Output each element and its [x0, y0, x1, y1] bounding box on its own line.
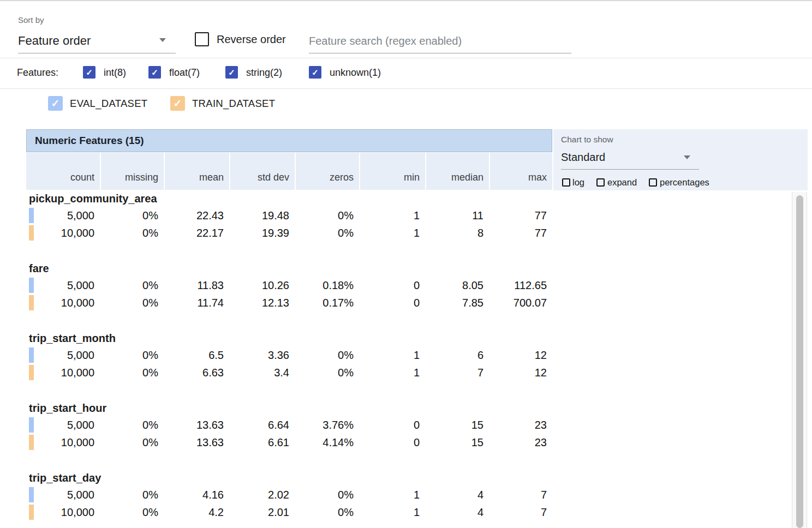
stat-cell: 10.26 — [229, 277, 295, 294]
string-checkbox[interactable]: ✓ — [225, 66, 238, 79]
sort-order-select[interactable]: Feature order — [18, 29, 176, 53]
stat-cell: 10,000 — [26, 224, 100, 242]
chart-type-value: Standard — [561, 151, 605, 164]
stat-cell: 4.14% — [295, 434, 359, 451]
stat-cell: 700.07 — [489, 294, 552, 311]
stat-cell: 5,000 — [26, 416, 100, 434]
stat-cell: 8.05 — [425, 277, 489, 294]
stat-cell: 6.63 — [164, 364, 229, 381]
stat-cell: 10,000 — [26, 294, 100, 311]
stat-cell: 11.74 — [164, 294, 229, 311]
feature-block-trip_start_hour: trip_start_hour5,0000%13.636.643.76%0152… — [26, 400, 552, 470]
dataset-color-chip — [29, 295, 34, 310]
dataset-color-chip — [29, 208, 34, 223]
stat-cell: 0% — [100, 277, 164, 294]
stat-cell: 0% — [100, 294, 164, 311]
stat-cell: 23 — [489, 416, 552, 434]
stat-cell: 77 — [489, 207, 552, 224]
feature-name: trip_start_month — [26, 331, 552, 346]
train-stats-row: 10,0000%4.22.010%147 — [26, 503, 552, 521]
stat-cell: 11.83 — [164, 277, 229, 294]
stat-cell: 3.4 — [229, 364, 295, 381]
eval-stats-row: 5,0000%11.8310.260.18%08.05112.65 — [26, 277, 552, 294]
scrollbar-thumb[interactable] — [796, 195, 803, 528]
stat-cell: 4.2 — [164, 503, 229, 521]
stat-cell: 0% — [100, 364, 164, 381]
table-title-bar: Numeric Features (15) — [26, 129, 552, 152]
stat-cell: 7.85 — [425, 294, 489, 311]
stat-cell: 6.61 — [229, 434, 295, 451]
eval-stats-row: 5,0000%6.53.360%1612 — [26, 346, 552, 364]
unknown-checkbox[interactable]: ✓ — [309, 66, 321, 79]
train-dataset-label: TRAIN_DATASET — [192, 98, 275, 110]
feature-search-input[interactable] — [309, 29, 571, 53]
stat-cell: 0% — [100, 207, 164, 224]
stat-cell: 2.02 — [229, 486, 295, 503]
train-stats-row: 10,0000%13.636.614.14%01523 — [26, 434, 552, 451]
stat-cell: 6 — [425, 346, 489, 364]
stat-cell: 0 — [359, 416, 425, 434]
chart-to-show-label: Chart to show — [561, 135, 613, 145]
stat-cell: 0% — [295, 503, 359, 521]
dataset-color-chip — [29, 347, 34, 363]
stat-cell: 10,000 — [26, 364, 100, 381]
col-min: min — [359, 153, 425, 190]
feature-name: trip_start_day — [26, 470, 552, 486]
stat-cell: 0% — [295, 346, 359, 364]
col-missing: missing — [100, 153, 164, 190]
dataset-legend-bar: ✓ EVAL_DATASET ✓ TRAIN_DATASET — [0, 89, 812, 129]
col-max: max — [489, 153, 552, 190]
col-mean: mean — [164, 153, 229, 190]
unknown-label: unknown(1) — [330, 67, 381, 79]
stat-cell: 0% — [295, 224, 359, 242]
eval-stats-row: 5,0000%13.636.643.76%01523 — [26, 416, 552, 434]
stat-cell: 6.64 — [229, 416, 295, 434]
stat-cell: 7 — [489, 486, 552, 503]
table-column-headers: count missing mean std dev zeros min med… — [26, 153, 552, 190]
log-checkbox[interactable] — [562, 178, 570, 187]
stat-cell: 5,000 — [26, 486, 100, 503]
percentages-checkbox[interactable] — [649, 178, 657, 187]
int-checkbox[interactable]: ✓ — [83, 66, 95, 79]
stat-cell: 15 — [425, 416, 489, 434]
int-label: int(8) — [104, 67, 126, 79]
sort-by-label: Sort by — [18, 15, 44, 25]
chevron-down-icon — [159, 38, 166, 42]
train-stats-row: 10,0000%6.633.40%1712 — [26, 364, 552, 381]
eval-stats-row: 5,0000%22.4319.480%11177 — [26, 207, 552, 224]
dataset-color-chip — [29, 435, 34, 450]
feature-rows: pickup_community_area5,0000%22.4319.480%… — [26, 191, 552, 528]
reverse-order-label: Reverse order — [217, 33, 286, 46]
train-dataset-checkbox[interactable]: ✓ — [170, 96, 185, 111]
float-checkbox[interactable]: ✓ — [148, 66, 161, 79]
vertical-scrollbar[interactable] — [792, 192, 807, 528]
feature-block-pickup_community_area: pickup_community_area5,0000%22.4319.480%… — [26, 191, 552, 261]
col-stddev: std dev — [229, 153, 295, 190]
reverse-order-checkbox[interactable] — [195, 32, 209, 46]
string-label: string(2) — [246, 67, 282, 79]
stat-cell: 0% — [100, 434, 164, 451]
charts-column — [568, 192, 775, 528]
features-filter-bar: Features: ✓ int(8) ✓ float(7) ✓ string(2… — [0, 58, 812, 89]
chart-type-select[interactable]: Standard — [561, 150, 699, 170]
stat-cell: 0% — [100, 503, 164, 521]
eval-dataset-checkbox[interactable]: ✓ — [48, 96, 63, 111]
stat-cell: 13.63 — [164, 416, 229, 434]
table-title: Numeric Features (15) — [35, 135, 144, 147]
dataset-color-chip — [29, 487, 34, 502]
stat-cell: 1 — [359, 207, 425, 224]
stat-cell: 22.43 — [164, 207, 229, 224]
expand-checkbox[interactable] — [596, 178, 605, 187]
col-median: median — [425, 153, 489, 190]
stat-cell: 12 — [489, 364, 552, 381]
stat-cell: 15 — [425, 434, 489, 451]
stat-cell: 23 — [489, 434, 552, 451]
stat-cell: 0.17% — [295, 294, 359, 311]
stat-cell: 12 — [489, 346, 552, 364]
eval-dataset-label: EVAL_DATASET — [70, 98, 147, 110]
feature-name: fare — [26, 261, 552, 277]
stat-cell: 4 — [425, 503, 489, 521]
stat-cell: 0% — [295, 486, 359, 503]
stat-cell: 8 — [425, 224, 489, 242]
stat-cell: 1 — [359, 346, 425, 364]
